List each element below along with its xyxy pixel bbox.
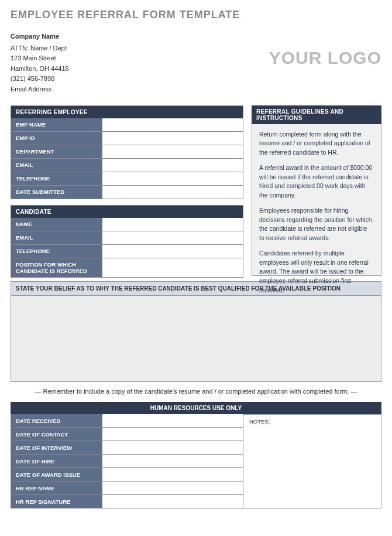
guideline-p1: Return completed form along with the res… <box>259 130 374 158</box>
guidelines-box: Return completed form along with the res… <box>252 124 381 276</box>
field-row: DATE OF CONTACT <box>11 428 243 441</box>
field-row: DATE OF HIRE <box>11 455 243 468</box>
company-address2: Hamilton, OH 44416 <box>11 64 69 74</box>
company-attn: ATTN: Name / Dept <box>11 43 69 54</box>
field-row: TELEPHONE <box>11 172 243 186</box>
field-row: DATE OF INTERVIEW <box>11 441 243 455</box>
notes-label: NOTES: <box>249 418 270 425</box>
email-input[interactable] <box>102 159 243 172</box>
field-row: NAME <box>11 218 243 231</box>
company-name: Company Name <box>11 32 69 42</box>
emp-name-input[interactable] <box>102 118 243 131</box>
guideline-p3: Employees responsible for hiring decisio… <box>259 206 374 243</box>
date-contact-input[interactable] <box>102 428 243 441</box>
field-label: TELEPHONE <box>11 172 102 185</box>
field-row: POSITION FOR WHICH CANDIDATE IS REFERRED <box>11 258 243 278</box>
field-row: DATE OF AWARD ISSUE <box>11 468 243 482</box>
page-title: EMPLOYEE REFERRAL FORM TEMPLATE <box>11 9 381 21</box>
hr-section: DATE RECEIVED DATE OF CONTACT DATE OF IN… <box>11 414 381 508</box>
field-label: NAME <box>11 218 102 231</box>
field-label: HR REP NAME <box>11 482 102 494</box>
field-row: HR REP NAME <box>11 482 243 495</box>
belief-textarea[interactable] <box>11 295 381 382</box>
field-label: EMP NAME <box>11 118 102 131</box>
field-row: TELEPHONE <box>11 245 243 258</box>
field-label: DATE OF CONTACT <box>11 428 102 441</box>
field-label: DATE OF HIRE <box>11 455 102 467</box>
field-label: DATE RECEIVED <box>11 414 102 427</box>
field-row: DEPARTMENT <box>11 145 243 159</box>
department-input[interactable] <box>102 145 243 158</box>
hr-rep-signature-input[interactable] <box>102 495 243 508</box>
header-row: Company Name ATTN: Name / Dept 123 Main … <box>11 32 381 95</box>
candidate-telephone-input[interactable] <box>102 245 243 258</box>
emp-id-input[interactable] <box>102 132 243 145</box>
field-label: EMAIL <box>11 231 102 244</box>
candidate-section: CANDIDATE NAME EMAIL TELEPHONE POSITION … <box>11 205 243 278</box>
field-label: DATE OF AWARD ISSUE <box>11 468 102 481</box>
field-row: EMAIL <box>11 159 243 172</box>
field-row: DATE SUBMITTED <box>11 186 243 199</box>
telephone-input[interactable] <box>102 172 243 185</box>
field-label: TELEPHONE <box>11 245 102 258</box>
field-label: POSITION FOR WHICH CANDIDATE IS REFERRED <box>11 258 102 278</box>
candidate-header: CANDIDATE <box>11 206 243 218</box>
date-received-input[interactable] <box>102 414 243 427</box>
company-info: Company Name ATTN: Name / Dept 123 Main … <box>11 32 69 95</box>
reminder-text: — Remember to include a copy of the cand… <box>11 388 381 395</box>
field-label: EMAIL <box>11 159 102 172</box>
referring-employee-section: REFERRING EMPLOYEE EMP NAME EMP ID DEPAR… <box>11 105 243 199</box>
date-submitted-input[interactable] <box>102 186 243 199</box>
company-email: Email Address <box>11 84 69 95</box>
logo-placeholder: YOUR LOGO <box>269 48 381 68</box>
date-hire-input[interactable] <box>102 455 243 467</box>
field-row: HR REP SIGNATURE <box>11 495 243 508</box>
date-interview-input[interactable] <box>102 441 243 454</box>
field-label: DATE OF INTERVIEW <box>11 441 102 454</box>
field-label: DATE SUBMITTED <box>11 186 102 199</box>
candidate-name-input[interactable] <box>102 218 243 231</box>
position-input[interactable] <box>102 258 243 278</box>
company-address1: 123 Main Street <box>11 53 69 64</box>
company-phone: (321) 456-7890 <box>11 74 69 84</box>
field-row: EMAIL <box>11 231 243 245</box>
guideline-p2: A referral award in the amount of $000.0… <box>259 163 374 200</box>
field-row: DATE RECEIVED <box>11 414 243 428</box>
hr-header: HUMAN RESOURCES USE ONLY <box>11 402 381 414</box>
field-label: EMP ID <box>11 132 102 145</box>
hr-rep-name-input[interactable] <box>102 482 243 494</box>
candidate-email-input[interactable] <box>102 231 243 244</box>
field-row: EMP ID <box>11 132 243 145</box>
date-award-input[interactable] <box>102 468 243 481</box>
field-label: DEPARTMENT <box>11 145 102 158</box>
referring-header: REFERRING EMPLOYEE <box>11 106 243 118</box>
field-label: HR REP SIGNATURE <box>11 495 102 508</box>
notes-box[interactable]: NOTES: <box>243 414 381 508</box>
guidelines-header: REFERRAL GUIDELINES AND INSTRUCTIONS <box>252 105 381 124</box>
field-row: EMP NAME <box>11 118 243 132</box>
